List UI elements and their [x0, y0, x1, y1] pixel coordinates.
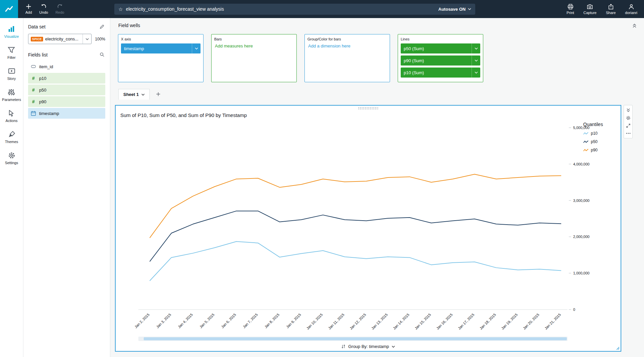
well-label: Group/Color for bars — [307, 37, 387, 41]
rail-item-visualize[interactable]: Visualize — [4, 25, 19, 38]
field-item-p50[interactable]: #p50 — [28, 85, 105, 95]
group-by-control[interactable]: Group By: timestamp — [116, 344, 621, 349]
add-sheet-button[interactable] — [154, 90, 162, 99]
share-label: Share — [606, 11, 616, 15]
share-button[interactable]: Share — [606, 4, 616, 15]
visual-settings-button[interactable] — [624, 114, 632, 122]
double-chevron-up-icon — [632, 23, 637, 28]
collapse-visual-button[interactable] — [624, 106, 632, 114]
legend-title: Quantiles — [583, 122, 614, 127]
well-placeholder[interactable]: Add a dimension here — [308, 43, 387, 48]
field-well-lines[interactable]: Linesp50 (Sum)p90 (Sum)p10 (Sum) — [398, 34, 483, 82]
quicksight-logo[interactable] — [0, 0, 18, 18]
chart-legend: Quantiles p10p50p90 — [583, 122, 614, 156]
search-fields-button[interactable] — [99, 51, 105, 58]
chevron-down-icon — [475, 47, 478, 49]
field-well-x-axis[interactable]: X axistimestamp — [118, 34, 204, 82]
legend-item-p90[interactable]: p90 — [583, 148, 614, 152]
rail-item-story[interactable]: Story — [7, 68, 16, 81]
chevron-down-icon[interactable] — [472, 55, 480, 66]
dimension-icon — [31, 64, 36, 69]
tab-sheet-1[interactable]: Sheet 1 — [118, 89, 150, 100]
svg-text:Jan 5, 2015: Jan 5, 2015 — [199, 313, 215, 329]
legend-label: p50 — [591, 139, 598, 144]
chevron-down-icon — [83, 34, 91, 44]
svg-text:Jan 7, 2015: Jan 7, 2015 — [242, 313, 258, 329]
rail-item-parameters[interactable]: Parameters — [2, 89, 21, 102]
autosave-toggle[interactable]: Autosave ON — [438, 7, 472, 12]
analysis-title-bar[interactable]: ☆ electricity_consumption_forecast_view … — [114, 4, 475, 15]
well-placeholder[interactable]: Add measures here — [215, 43, 294, 48]
legend-label: p10 — [591, 131, 598, 136]
field-pill-timestamp[interactable]: timestamp — [121, 43, 201, 53]
svg-text:Jan 20, 2015: Jan 20, 2015 — [522, 313, 540, 330]
line-chart[interactable]: 01,000,0002,000,0003,000,0004,000,0005,0… — [116, 120, 621, 338]
favorite-star-icon[interactable]: ☆ — [118, 7, 123, 12]
user-menu-button[interactable]: dorianri — [625, 4, 637, 15]
svg-text:Jan 17, 2015: Jan 17, 2015 — [457, 313, 475, 330]
double-chevron-down-icon — [626, 108, 630, 112]
scrollbar-thumb[interactable] — [144, 337, 567, 340]
edit-dataset-button[interactable] — [99, 23, 105, 30]
settings-icon — [8, 152, 15, 159]
field-name: p90 — [39, 99, 46, 104]
resize-handle-icon[interactable] — [616, 346, 620, 350]
rail-item-filter[interactable]: Filter — [7, 46, 15, 60]
field-well-group-color-for-bars[interactable]: Group/Color for barsAdd a dimension here — [304, 34, 390, 82]
well-label: Bars — [214, 37, 294, 41]
chart-scrollbar[interactable] — [138, 337, 567, 341]
svg-text:Jan 16, 2015: Jan 16, 2015 — [435, 313, 453, 330]
legend-item-p10[interactable]: p10 — [583, 131, 614, 136]
rail-item-label: Themes — [5, 140, 18, 144]
svg-text:Jan 12, 2015: Jan 12, 2015 — [349, 313, 367, 330]
field-well-bars[interactable]: BarsAdd measures here — [211, 34, 297, 82]
chevron-down-icon — [195, 47, 198, 49]
sort-icon — [341, 344, 346, 349]
field-item-item-id[interactable]: item_id — [28, 61, 105, 72]
add-icon — [26, 4, 31, 9]
pill-label: p10 (Sum) — [404, 70, 472, 75]
collapse-field-wells-button[interactable] — [632, 23, 637, 28]
analysis-title: electricity_consumption_forecast_view an… — [126, 6, 224, 12]
chevron-down-icon[interactable] — [472, 68, 480, 78]
spice-badge: SPICE — [31, 37, 43, 41]
chevron-down-icon — [475, 72, 478, 74]
field-pill-p90-sum[interactable]: p90 (Sum) — [401, 55, 480, 66]
fields-list-header: Fields list — [28, 52, 47, 57]
print-button[interactable]: Print — [566, 4, 574, 15]
capture-button[interactable]: Capture — [584, 4, 597, 15]
chevron-down-icon[interactable] — [472, 43, 480, 53]
field-pill-p10-sum[interactable]: p10 (Sum) — [401, 68, 480, 78]
visual-drag-handle[interactable] — [358, 107, 379, 110]
chevron-down-icon — [468, 8, 471, 10]
rail-item-settings[interactable]: Settings — [5, 152, 18, 165]
dataset-name: electricity_cons... — [45, 36, 81, 41]
field-item-timestamp[interactable]: timestamp — [28, 108, 105, 119]
chevron-down-icon[interactable] — [192, 43, 201, 53]
legend-item-p50[interactable]: p50 — [583, 139, 614, 144]
well-label: Lines — [401, 37, 480, 41]
svg-text:Jan 11, 2015: Jan 11, 2015 — [328, 313, 345, 330]
legend-label: p90 — [591, 148, 598, 152]
maximize-visual-button[interactable] — [624, 122, 632, 129]
plus-icon — [156, 92, 161, 97]
rail-item-themes[interactable]: Themes — [5, 131, 18, 144]
add-button[interactable]: Add — [25, 4, 32, 14]
share-icon — [608, 4, 614, 10]
field-pill-p50-sum[interactable]: p50 (Sum) — [401, 43, 480, 53]
visual-more-options-button[interactable] — [624, 129, 632, 137]
field-item-p10[interactable]: #p10 — [28, 73, 105, 84]
undo-button[interactable]: Undo — [39, 4, 48, 14]
visualize-icon — [8, 25, 15, 33]
expand-icon — [626, 124, 630, 128]
svg-text:Jan 6, 2015: Jan 6, 2015 — [220, 313, 237, 329]
svg-text:Jan 2, 2015: Jan 2, 2015 — [134, 313, 150, 329]
redo-button[interactable]: Redo — [55, 4, 64, 14]
sheet-canvas: Sum of P10, Sum of P50, and Sum of P90 b… — [110, 102, 644, 357]
field-item-p90[interactable]: #p90 — [28, 96, 105, 107]
dataset-select[interactable]: SPICE electricity_cons... — [28, 34, 92, 44]
user-label: dorianri — [625, 11, 637, 15]
visual-card[interactable]: Sum of P10, Sum of P50, and Sum of P90 b… — [115, 105, 621, 352]
rail-item-actions[interactable]: Actions — [5, 110, 17, 123]
autosave-label: Autosave ON — [438, 7, 466, 12]
